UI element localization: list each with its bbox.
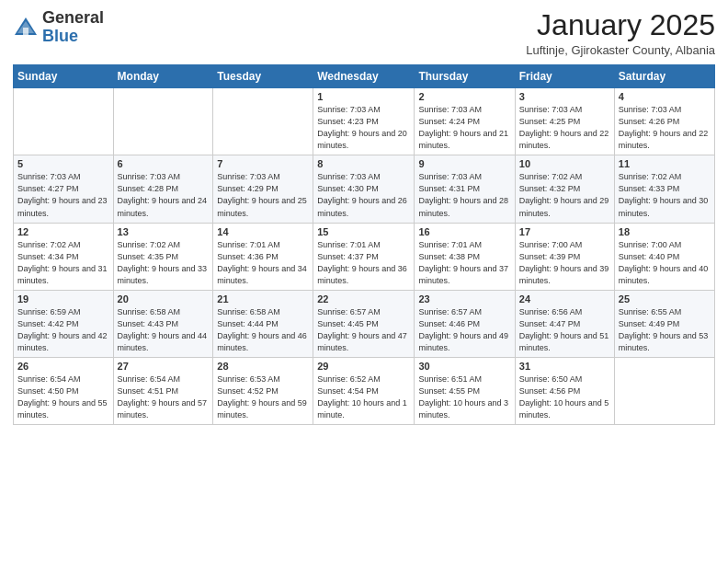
title-block: January 2025 Luftinje, Gjirokaster Count… bbox=[526, 9, 715, 57]
week-row-1: 1Sunrise: 7:03 AM Sunset: 4:23 PM Daylig… bbox=[14, 88, 715, 155]
logo-blue-text: Blue bbox=[42, 27, 78, 45]
day-cell: 6Sunrise: 7:03 AM Sunset: 4:28 PM Daylig… bbox=[113, 155, 213, 223]
day-info: Sunrise: 7:02 AM Sunset: 4:32 PM Dayligh… bbox=[519, 171, 610, 219]
day-number: 15 bbox=[317, 226, 410, 237]
week-row-2: 5Sunrise: 7:03 AM Sunset: 4:27 PM Daylig… bbox=[14, 155, 715, 223]
day-info: Sunrise: 7:03 AM Sunset: 4:26 PM Dayligh… bbox=[619, 104, 711, 152]
day-number: 4 bbox=[619, 91, 711, 102]
day-info: Sunrise: 7:03 AM Sunset: 4:30 PM Dayligh… bbox=[317, 171, 410, 219]
logo-text: General Blue bbox=[42, 9, 104, 46]
day-cell bbox=[614, 357, 714, 424]
day-info: Sunrise: 7:01 AM Sunset: 4:37 PM Dayligh… bbox=[317, 239, 410, 287]
day-number: 14 bbox=[217, 226, 309, 237]
day-info: Sunrise: 6:50 AM Sunset: 4:56 PM Dayligh… bbox=[519, 373, 610, 421]
day-number: 6 bbox=[118, 158, 210, 169]
day-info: Sunrise: 6:58 AM Sunset: 4:43 PM Dayligh… bbox=[118, 306, 210, 354]
day-info: Sunrise: 6:57 AM Sunset: 4:46 PM Dayligh… bbox=[418, 306, 510, 354]
logo-icon bbox=[13, 15, 39, 40]
day-cell: 30Sunrise: 6:51 AM Sunset: 4:55 PM Dayli… bbox=[415, 357, 515, 424]
day-info: Sunrise: 7:02 AM Sunset: 4:33 PM Dayligh… bbox=[619, 171, 711, 219]
calendar-table: SundayMondayTuesdayWednesdayThursdayFrid… bbox=[13, 64, 715, 425]
week-row-4: 19Sunrise: 6:59 AM Sunset: 4:42 PM Dayli… bbox=[14, 290, 715, 357]
day-cell: 31Sunrise: 6:50 AM Sunset: 4:56 PM Dayli… bbox=[515, 357, 614, 424]
day-cell: 9Sunrise: 7:03 AM Sunset: 4:31 PM Daylig… bbox=[415, 155, 515, 223]
day-cell: 25Sunrise: 6:55 AM Sunset: 4:49 PM Dayli… bbox=[614, 290, 714, 357]
day-cell: 24Sunrise: 6:56 AM Sunset: 4:47 PM Dayli… bbox=[515, 290, 614, 357]
weekday-header-friday: Friday bbox=[515, 65, 614, 88]
month-title: January 2025 bbox=[526, 9, 715, 41]
day-info: Sunrise: 6:53 AM Sunset: 4:52 PM Dayligh… bbox=[217, 373, 309, 421]
day-info: Sunrise: 6:54 AM Sunset: 4:50 PM Dayligh… bbox=[17, 373, 109, 421]
day-cell: 15Sunrise: 7:01 AM Sunset: 4:37 PM Dayli… bbox=[313, 223, 415, 290]
day-info: Sunrise: 7:03 AM Sunset: 4:25 PM Dayligh… bbox=[519, 104, 610, 152]
day-number: 19 bbox=[17, 293, 109, 304]
day-number: 2 bbox=[418, 91, 510, 102]
weekday-header-thursday: Thursday bbox=[415, 65, 515, 88]
day-info: Sunrise: 7:00 AM Sunset: 4:40 PM Dayligh… bbox=[619, 239, 711, 287]
day-number: 28 bbox=[217, 361, 309, 372]
day-info: Sunrise: 7:03 AM Sunset: 4:28 PM Dayligh… bbox=[118, 171, 210, 219]
day-number: 31 bbox=[519, 361, 610, 372]
day-info: Sunrise: 6:59 AM Sunset: 4:42 PM Dayligh… bbox=[17, 306, 109, 354]
header: General Blue January 2025 Luftinje, Gjir… bbox=[13, 9, 715, 57]
day-cell: 29Sunrise: 6:52 AM Sunset: 4:54 PM Dayli… bbox=[313, 357, 415, 424]
location-subtitle: Luftinje, Gjirokaster County, Albania bbox=[526, 43, 715, 57]
week-row-5: 26Sunrise: 6:54 AM Sunset: 4:50 PM Dayli… bbox=[14, 357, 715, 424]
day-info: Sunrise: 7:03 AM Sunset: 4:27 PM Dayligh… bbox=[17, 171, 109, 219]
day-number: 11 bbox=[619, 158, 711, 169]
day-cell: 20Sunrise: 6:58 AM Sunset: 4:43 PM Dayli… bbox=[113, 290, 213, 357]
day-cell: 13Sunrise: 7:02 AM Sunset: 4:35 PM Dayli… bbox=[113, 223, 213, 290]
day-cell bbox=[213, 88, 313, 155]
day-cell: 3Sunrise: 7:03 AM Sunset: 4:25 PM Daylig… bbox=[515, 88, 614, 155]
day-cell: 11Sunrise: 7:02 AM Sunset: 4:33 PM Dayli… bbox=[614, 155, 714, 223]
weekday-header-monday: Monday bbox=[113, 65, 213, 88]
day-cell bbox=[14, 88, 114, 155]
day-number: 25 bbox=[619, 293, 711, 304]
day-cell: 14Sunrise: 7:01 AM Sunset: 4:36 PM Dayli… bbox=[213, 223, 313, 290]
weekday-header-tuesday: Tuesday bbox=[213, 65, 313, 88]
day-info: Sunrise: 7:03 AM Sunset: 4:23 PM Dayligh… bbox=[317, 104, 410, 152]
day-number: 3 bbox=[519, 91, 610, 102]
day-info: Sunrise: 7:02 AM Sunset: 4:35 PM Dayligh… bbox=[118, 239, 210, 287]
day-number: 10 bbox=[519, 158, 610, 169]
day-info: Sunrise: 7:01 AM Sunset: 4:36 PM Dayligh… bbox=[217, 239, 309, 287]
day-cell: 28Sunrise: 6:53 AM Sunset: 4:52 PM Dayli… bbox=[213, 357, 313, 424]
day-info: Sunrise: 6:55 AM Sunset: 4:49 PM Dayligh… bbox=[619, 306, 711, 354]
weekday-header-wednesday: Wednesday bbox=[313, 65, 415, 88]
day-cell: 17Sunrise: 7:00 AM Sunset: 4:39 PM Dayli… bbox=[515, 223, 614, 290]
day-cell: 26Sunrise: 6:54 AM Sunset: 4:50 PM Dayli… bbox=[14, 357, 114, 424]
logo-general-text: General bbox=[42, 8, 104, 27]
day-info: Sunrise: 7:02 AM Sunset: 4:34 PM Dayligh… bbox=[17, 239, 109, 287]
day-number: 26 bbox=[17, 361, 109, 372]
day-number: 17 bbox=[519, 226, 610, 237]
day-info: Sunrise: 6:51 AM Sunset: 4:55 PM Dayligh… bbox=[418, 373, 510, 421]
day-number: 20 bbox=[118, 293, 210, 304]
day-info: Sunrise: 7:00 AM Sunset: 4:39 PM Dayligh… bbox=[519, 239, 610, 287]
weekday-header-sunday: Sunday bbox=[14, 65, 114, 88]
day-cell: 1Sunrise: 7:03 AM Sunset: 4:23 PM Daylig… bbox=[313, 88, 415, 155]
day-number: 23 bbox=[418, 293, 510, 304]
day-number: 22 bbox=[317, 293, 410, 304]
day-number: 24 bbox=[519, 293, 610, 304]
day-number: 16 bbox=[418, 226, 510, 237]
day-number: 8 bbox=[317, 158, 410, 169]
day-info: Sunrise: 7:01 AM Sunset: 4:38 PM Dayligh… bbox=[418, 239, 510, 287]
weekday-header-saturday: Saturday bbox=[614, 65, 714, 88]
page: General Blue January 2025 Luftinje, Gjir… bbox=[0, 0, 728, 563]
day-number: 29 bbox=[317, 361, 410, 372]
day-info: Sunrise: 7:03 AM Sunset: 4:29 PM Dayligh… bbox=[217, 171, 309, 219]
day-cell: 22Sunrise: 6:57 AM Sunset: 4:45 PM Dayli… bbox=[313, 290, 415, 357]
day-info: Sunrise: 6:56 AM Sunset: 4:47 PM Dayligh… bbox=[519, 306, 610, 354]
svg-rect-2 bbox=[23, 28, 28, 35]
day-number: 21 bbox=[217, 293, 309, 304]
day-info: Sunrise: 6:54 AM Sunset: 4:51 PM Dayligh… bbox=[118, 373, 210, 421]
day-cell: 23Sunrise: 6:57 AM Sunset: 4:46 PM Dayli… bbox=[415, 290, 515, 357]
day-cell: 16Sunrise: 7:01 AM Sunset: 4:38 PM Dayli… bbox=[415, 223, 515, 290]
day-cell: 2Sunrise: 7:03 AM Sunset: 4:24 PM Daylig… bbox=[415, 88, 515, 155]
day-number: 7 bbox=[217, 158, 309, 169]
day-info: Sunrise: 6:58 AM Sunset: 4:44 PM Dayligh… bbox=[217, 306, 309, 354]
day-number: 12 bbox=[17, 226, 109, 237]
day-cell: 4Sunrise: 7:03 AM Sunset: 4:26 PM Daylig… bbox=[614, 88, 714, 155]
day-cell: 5Sunrise: 7:03 AM Sunset: 4:27 PM Daylig… bbox=[14, 155, 114, 223]
day-number: 9 bbox=[418, 158, 510, 169]
